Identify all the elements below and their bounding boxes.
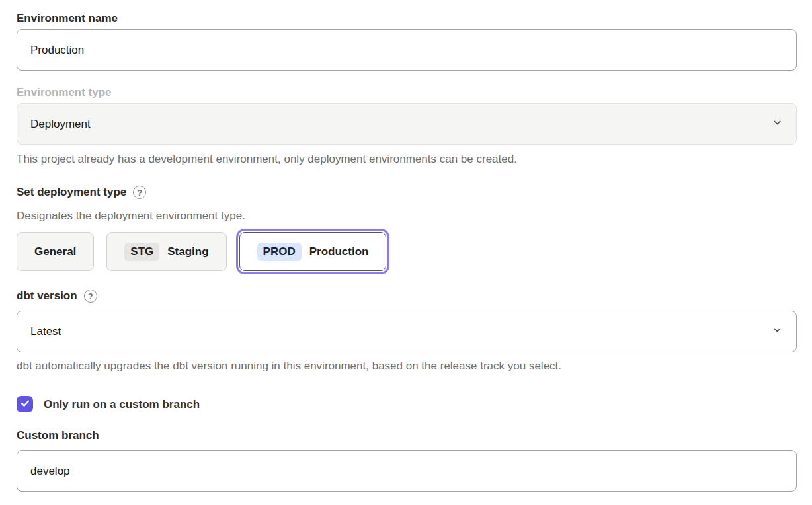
deployment-type-production-button[interactable]: PROD Production [239, 232, 387, 271]
deployment-type-options: General STG Staging PROD Production [17, 232, 797, 271]
environment-settings-form: Environment name Environment type Deploy… [17, 12, 797, 492]
dbt-version-helper-text: dbt automatically upgrades the dbt versi… [17, 360, 797, 373]
deployment-type-description: Designates the deployment environment ty… [17, 210, 797, 223]
checkmark-icon [20, 398, 30, 411]
custom-branch-checkbox[interactable] [17, 396, 33, 412]
custom-branch-checkbox-label: Only run on a custom branch [44, 398, 200, 411]
chevron-down-icon [772, 325, 783, 339]
help-icon[interactable]: ? [84, 290, 97, 303]
custom-branch-input[interactable] [17, 450, 797, 492]
dbt-version-select[interactable]: Latest [17, 311, 797, 352]
deployment-type-staging-button[interactable]: STG Staging [106, 232, 226, 271]
custom-branch-checkbox-row[interactable]: Only run on a custom branch [17, 396, 797, 412]
environment-name-input[interactable] [17, 29, 797, 71]
environment-type-select[interactable]: Deployment [17, 103, 797, 145]
environment-type-value: Deployment [30, 118, 91, 131]
dbt-version-heading-row: dbt version ? [17, 290, 797, 303]
production-badge: PROD [257, 243, 302, 261]
chevron-down-icon [772, 117, 783, 132]
dbt-version-label: dbt version [17, 290, 77, 303]
deployment-type-general-button[interactable]: General [17, 232, 94, 271]
staging-badge: STG [124, 243, 159, 261]
dbt-version-value: Latest [30, 325, 61, 338]
help-icon[interactable]: ? [133, 186, 146, 199]
production-button-label: Production [309, 245, 369, 258]
environment-type-helper-text: This project already has a development e… [17, 153, 797, 166]
custom-branch-label: Custom branch [17, 429, 797, 442]
deployment-type-heading: Set deployment type [17, 186, 126, 199]
staging-button-label: Staging [167, 245, 208, 258]
general-button-label: General [34, 245, 76, 258]
environment-name-label: Environment name [17, 12, 797, 25]
deployment-type-heading-row: Set deployment type ? [17, 186, 797, 199]
environment-type-label: Environment type [17, 86, 797, 99]
